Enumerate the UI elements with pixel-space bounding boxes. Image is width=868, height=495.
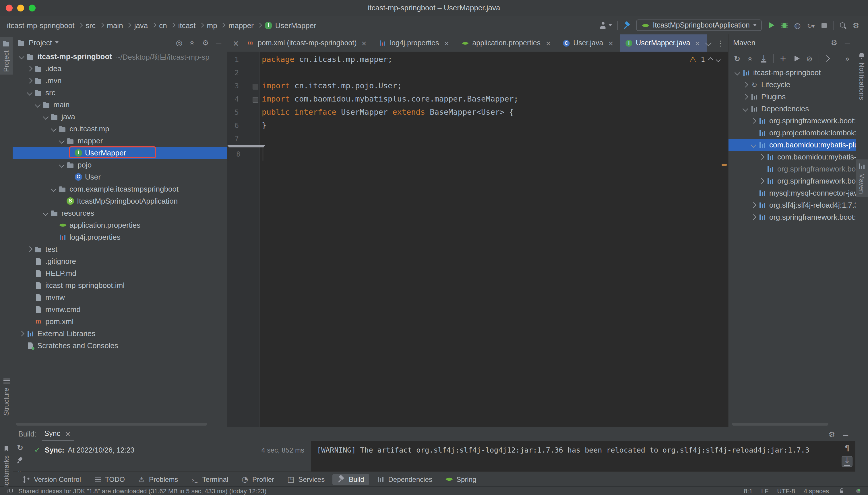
- maven-tree-row[interactable]: org.springframework.boot:sp: [728, 175, 856, 187]
- tree-toggle[interactable]: [25, 79, 34, 83]
- code-line[interactable]: 1package cn.itcast.mp.mapper;: [227, 53, 728, 66]
- stripe-button-bookmarks[interactable]: Bookmarks: [0, 442, 13, 493]
- project-tree-row[interactable]: HELP.md: [13, 267, 227, 279]
- minimize-icon[interactable]: [215, 38, 223, 47]
- coverage-icon[interactable]: [793, 21, 801, 30]
- maven-tree-row[interactable]: org.springframework.boot:sprin: [728, 211, 856, 223]
- project-tree-row[interactable]: UserMapper: [13, 147, 227, 159]
- settings-icon[interactable]: [852, 21, 860, 30]
- code-line[interactable]: 3import cn.itcast.mp.pojo.User;: [227, 79, 728, 92]
- tree-toggle[interactable]: [41, 115, 50, 119]
- settings-icon[interactable]: [828, 430, 836, 439]
- project-tree-row[interactable]: itcast-mp-springboot.iml: [13, 279, 227, 291]
- rerun-icon[interactable]: [806, 21, 815, 30]
- maven-tree-row[interactable]: Dependencies: [728, 103, 856, 115]
- soft-wrap-icon[interactable]: [843, 444, 851, 453]
- close-icon[interactable]: [607, 39, 614, 47]
- code-editor[interactable]: 1package cn.itcast.mp.mapper;23import cn…: [227, 52, 728, 427]
- tree-toggle[interactable]: [25, 91, 34, 95]
- refresh-icon[interactable]: [733, 54, 741, 63]
- tree-toggle[interactable]: [58, 139, 66, 143]
- chevron-down-icon[interactable]: [716, 57, 721, 62]
- hammer-icon[interactable]: [623, 21, 631, 29]
- tree-toggle[interactable]: [49, 187, 58, 191]
- project-tree-row[interactable]: External Libraries: [13, 327, 227, 340]
- tool-window-button-todo[interactable]: TODO: [88, 474, 130, 485]
- project-tree-row[interactable]: .gitignore: [13, 255, 227, 267]
- settings-icon[interactable]: [830, 38, 838, 47]
- pin-icon[interactable]: [16, 456, 24, 464]
- tree-toggle[interactable]: [733, 71, 742, 74]
- tree-toggle[interactable]: [741, 95, 750, 99]
- tree-toggle[interactable]: [25, 67, 34, 71]
- tool-window-button-services[interactable]: Services: [282, 473, 330, 485]
- project-tree-row[interactable]: .idea: [13, 63, 227, 74]
- scrollbar-thumb[interactable]: [16, 423, 207, 426]
- editor-tab[interactable]: application.properties: [456, 34, 557, 52]
- project-tree-row[interactable]: cn.itcast.mp: [13, 123, 227, 135]
- maven-tree-row[interactable]: com.baomidou:mybatis-plus: [728, 151, 856, 163]
- refresh-icon[interactable]: [16, 443, 24, 452]
- tree-toggle[interactable]: [749, 203, 758, 207]
- close-icon[interactable]: [544, 39, 552, 47]
- tab-sync[interactable]: Sync: [42, 428, 74, 441]
- scroll-end-icon[interactable]: [841, 456, 852, 467]
- breadcrumb-item[interactable]: src: [86, 21, 96, 30]
- tool-window-button-profiler[interactable]: Profiler: [236, 473, 279, 485]
- tree-toggle[interactable]: [749, 119, 758, 123]
- fold-marker-icon[interactable]: [252, 83, 258, 89]
- minimize-icon[interactable]: [843, 38, 851, 47]
- maven-tree-row[interactable]: org.projectlombok:lombok:1.18.: [728, 127, 856, 139]
- project-view-selector[interactable]: Project: [29, 38, 52, 47]
- line-separator-widget[interactable]: LF: [761, 488, 769, 494]
- locate-icon[interactable]: [175, 38, 183, 47]
- editor-tab[interactable]: UserMapper.java: [620, 34, 707, 52]
- breadcrumb-item[interactable]: itcast-mp-springboot: [7, 21, 75, 30]
- tree-toggle[interactable]: [49, 127, 58, 131]
- maven-tree-row[interactable]: mysql:mysql-connector-java:5.: [728, 187, 856, 199]
- tree-toggle[interactable]: [757, 179, 766, 183]
- project-tree-row[interactable]: mvnw.cmd: [13, 303, 227, 315]
- tool-window-button-problems[interactable]: Problems: [132, 473, 183, 485]
- project-tree-row[interactable]: itcast-mp-springboot~/Desktop/项目/itcast-…: [13, 50, 227, 63]
- scrollbar-thumb[interactable]: [732, 423, 829, 426]
- code-line[interactable]: 4import com.baomidou.mybatisplus.core.ma…: [227, 92, 728, 105]
- project-tree-row[interactable]: test: [13, 243, 227, 255]
- maven-tree-row[interactable]: Lifecycle: [728, 79, 856, 91]
- project-tree-row[interactable]: com.example.itcastmpspringboot: [13, 183, 227, 195]
- stripe-button-project[interactable]: Project: [0, 37, 13, 75]
- breadcrumb-item[interactable]: mp: [207, 21, 217, 30]
- caret-position-widget[interactable]: 8:1: [744, 488, 753, 494]
- tool-window-button-terminal[interactable]: Terminal: [185, 473, 233, 485]
- tree-toggle[interactable]: [741, 83, 750, 87]
- code-line[interactable]: 7: [227, 132, 728, 145]
- code-line[interactable]: 2: [227, 66, 728, 79]
- breadcrumb-item[interactable]: mapper: [228, 21, 254, 30]
- project-tree-row[interactable]: .mvn: [13, 74, 227, 87]
- download-sources-icon[interactable]: [759, 54, 768, 63]
- code-line[interactable]: 5public interface UserMapper extends Bas…: [227, 105, 728, 119]
- project-tree-row[interactable]: log4j.properties: [13, 231, 227, 243]
- debug-icon[interactable]: [780, 21, 788, 29]
- tool-window-button-dependencies[interactable]: Dependencies: [372, 474, 438, 485]
- tree-toggle[interactable]: [749, 215, 758, 219]
- build-console[interactable]: [WARNING] The artifact org.slf4j:slf4j-l…: [311, 441, 855, 472]
- code-line[interactable]: 8: [227, 145, 265, 160]
- tree-toggle[interactable]: [25, 247, 34, 251]
- stripe-button-notifications[interactable]: Notifications: [855, 49, 868, 103]
- editor-tab[interactable]: pom.xml (itcast-mp-springboot): [241, 34, 374, 52]
- horizontal-scrollbar[interactable]: [16, 423, 224, 426]
- collapse-all-icon[interactable]: [188, 38, 196, 47]
- more-vertical-icon[interactable]: [717, 39, 724, 47]
- project-tree-row[interactable]: ItcastMpSpringbootApplication: [13, 195, 227, 207]
- maven-tree-row[interactable]: Plugins: [728, 91, 856, 103]
- tree-toggle[interactable]: [741, 107, 750, 111]
- run-icon[interactable]: [767, 21, 775, 29]
- search-icon[interactable]: [839, 21, 847, 29]
- more-icon[interactable]: [843, 54, 851, 63]
- project-tree-row[interactable]: java: [13, 111, 227, 123]
- maven-tree-row[interactable]: org.slf4j:slf4j-reload4j:1.7.36: [728, 199, 856, 211]
- project-tree-row[interactable]: mvnw: [13, 291, 227, 303]
- project-tree-row[interactable]: application.properties: [13, 219, 227, 231]
- run-gray-icon[interactable]: [792, 54, 800, 63]
